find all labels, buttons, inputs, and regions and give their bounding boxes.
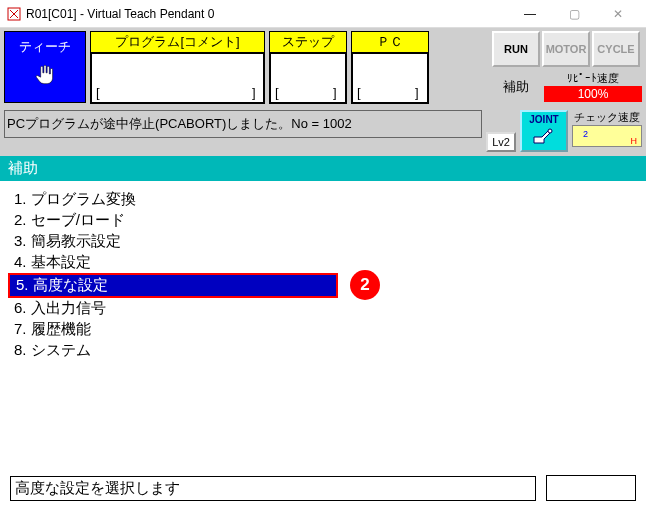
robot-icon — [522, 125, 566, 149]
step-header: ステップ — [269, 31, 347, 52]
joint-button[interactable]: JOINT — [520, 110, 568, 152]
menu-list: 1. プログラム変換 2. セーブ/ロード 3. 簡易教示設定 4. 基本設定 … — [0, 181, 646, 461]
program-header: プログラム[コメント] — [90, 31, 265, 52]
statusbar: PCプログラムが途中停止(PCABORT)しました。No = 1002 Lv2 … — [0, 108, 646, 156]
pc-header: ＰＣ — [351, 31, 429, 52]
menu-item-8[interactable]: 8. システム — [14, 340, 632, 361]
repeat-speed-label: ﾘﾋﾟｰﾄ速度 — [544, 71, 642, 86]
menu-item-6[interactable]: 6. 入出力信号 — [14, 298, 632, 319]
toolbar: ティーチ プログラム[コメント] [] ステップ [] ＰＣ [] RUN MO… — [0, 28, 646, 108]
cycle-button[interactable]: CYCLE — [592, 31, 640, 67]
menu-item-3[interactable]: 3. 簡易教示設定 — [14, 231, 632, 252]
callout-badge: 2 — [350, 270, 380, 300]
close-button: ✕ — [596, 1, 640, 27]
titlebar: R01[C01] - Virtual Teach Pendant 0 — ▢ ✕ — [0, 0, 646, 28]
pc-panel: ＰＣ [] — [351, 31, 429, 104]
svg-point-1 — [548, 129, 552, 133]
minimize-button[interactable]: — — [508, 1, 552, 27]
step-panel: ステップ [] — [269, 31, 347, 104]
aux-label: 補助 — [492, 78, 540, 96]
menu-item-5[interactable]: 5. 高度な設定 2 — [8, 273, 338, 298]
repeat-speed-box: ﾘﾋﾟｰﾄ速度 100% — [544, 71, 642, 102]
menu-item-4[interactable]: 4. 基本設定 — [14, 252, 632, 273]
menu-header: 補助 — [0, 156, 646, 181]
joint-label: JOINT — [522, 114, 566, 125]
window-controls: — ▢ ✕ — [508, 1, 640, 27]
input-field[interactable] — [546, 475, 636, 501]
check-speed-h-mark: H — [631, 136, 638, 146]
status-message: PCプログラムが途中停止(PCABORT)しました。No = 1002 — [4, 110, 482, 138]
teach-button[interactable]: ティーチ — [4, 31, 86, 103]
check-speed-label: チェック速度 — [572, 110, 642, 125]
step-body[interactable]: [] — [269, 52, 347, 104]
program-panel: プログラム[コメント] [] — [90, 31, 265, 104]
menu-item-7[interactable]: 7. 履歴機能 — [14, 319, 632, 340]
right-button-group: RUN MOTOR CYCLE 補助 ﾘﾋﾟｰﾄ速度 100% — [492, 31, 642, 102]
window-title: R01[C01] - Virtual Teach Pendant 0 — [26, 7, 508, 21]
footer: 高度な設定を選択します — [10, 475, 636, 501]
motor-button[interactable]: MOTOR — [542, 31, 590, 67]
check-speed-value: 2 — [583, 129, 588, 139]
program-body[interactable]: [] — [90, 52, 265, 104]
repeat-speed-value[interactable]: 100% — [544, 86, 642, 102]
run-button[interactable]: RUN — [492, 31, 540, 67]
prompt-text: 高度な設定を選択します — [10, 476, 536, 501]
level-button[interactable]: Lv2 — [486, 132, 516, 152]
teach-label: ティーチ — [5, 38, 85, 56]
pc-body[interactable]: [] — [351, 52, 429, 104]
app-icon — [6, 6, 22, 22]
hand-icon — [5, 62, 85, 94]
menu-item-2[interactable]: 2. セーブ/ロード — [14, 210, 632, 231]
menu-item-1[interactable]: 1. プログラム変換 — [14, 189, 632, 210]
maximize-button: ▢ — [552, 1, 596, 27]
check-speed-box: チェック速度 2 H — [572, 110, 642, 147]
check-speed-gauge[interactable]: 2 H — [572, 125, 642, 147]
